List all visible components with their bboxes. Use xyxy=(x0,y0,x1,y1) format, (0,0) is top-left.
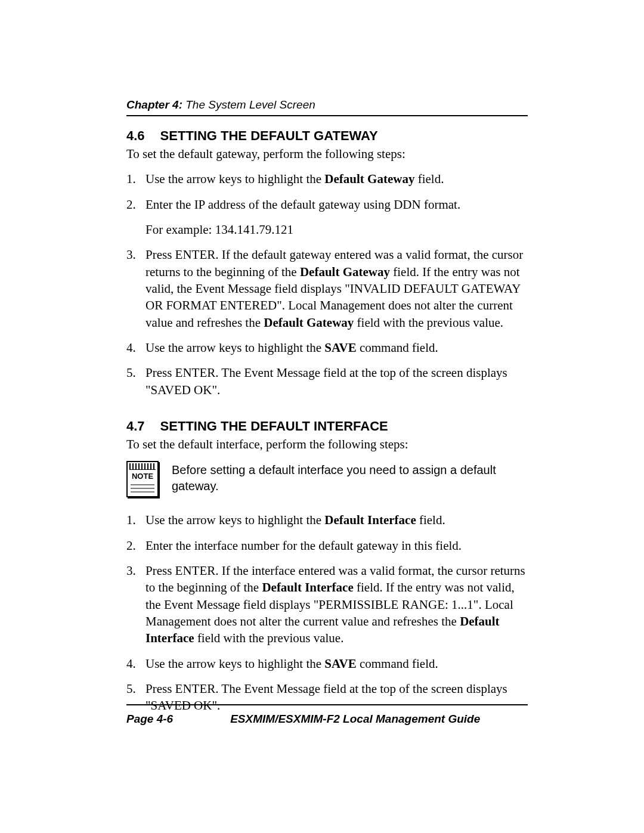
note-icon: NOTE xyxy=(126,461,160,497)
section-title: SETTING THE DEFAULT INTERFACE xyxy=(160,419,388,434)
section-number: 4.6 xyxy=(126,128,145,144)
field-name: Default Gateway xyxy=(300,265,390,279)
step-text: field with the previous value. xyxy=(354,315,503,330)
document-title: ESXMIM/ESXMIM-F2 Local Management Guide xyxy=(230,713,528,726)
field-name: Default Interface xyxy=(262,580,353,594)
step-text: Enter the IP address of the default gate… xyxy=(145,197,460,212)
section-number: 4.7 xyxy=(126,419,145,434)
step-item: Press ENTER. The Event Message field at … xyxy=(126,364,528,398)
command-name: SAVE xyxy=(324,657,356,671)
step-example: For example: 134.141.79.121 xyxy=(145,221,528,238)
step-text: field. xyxy=(414,172,444,186)
page-number: Page 4-6 xyxy=(126,713,173,726)
field-name: Default Gateway xyxy=(324,172,414,186)
step-item: Use the arrow keys to highlight the Defa… xyxy=(126,171,528,187)
step-text: command field. xyxy=(357,340,438,355)
step-text: Press ENTER. The Event Message field at … xyxy=(145,366,507,397)
section-title: SETTING THE DEFAULT GATEWAY xyxy=(160,128,378,144)
step-text: Enter the interface number for the defau… xyxy=(145,538,462,553)
chapter-header: Chapter 4: The System Level Screen xyxy=(126,98,528,116)
command-name: SAVE xyxy=(324,340,356,355)
step-item: Enter the interface number for the defau… xyxy=(126,537,528,554)
chapter-number: Chapter 4: xyxy=(126,98,182,111)
section-4-6: 4.6 SETTING THE DEFAULT GATEWAY To set t… xyxy=(126,128,528,398)
step-list: Use the arrow keys to highlight the Defa… xyxy=(126,171,528,398)
step-item: Enter the IP address of the default gate… xyxy=(126,196,528,239)
step-text: Use the arrow keys to highlight the xyxy=(145,340,324,355)
note-block: NOTE Before setting a default interface … xyxy=(126,461,528,497)
step-text: field with the previous value. xyxy=(194,631,344,645)
section-heading: 4.7 SETTING THE DEFAULT INTERFACE xyxy=(126,419,528,434)
step-item: Use the arrow keys to highlight the SAVE… xyxy=(126,339,528,356)
section-intro: To set the default interface, perform th… xyxy=(126,436,528,453)
step-text: Use the arrow keys to highlight the xyxy=(145,513,324,527)
field-name: Default Interface xyxy=(324,513,416,527)
step-item: Press ENTER. If the interface entered wa… xyxy=(126,562,528,647)
page-footer: Page 4-6 ESXMIM/ESXMIM-F2 Local Manageme… xyxy=(126,704,528,726)
step-text: Use the arrow keys to highlight the xyxy=(145,172,324,186)
chapter-title: The System Level Screen xyxy=(182,98,315,111)
step-item: Press ENTER. If the default gateway ente… xyxy=(126,246,528,331)
note-label: NOTE xyxy=(128,471,157,482)
document-page: Chapter 4: The System Level Screen 4.6 S… xyxy=(0,0,644,833)
note-text: Before setting a default interface you n… xyxy=(172,461,528,494)
step-list: Use the arrow keys to highlight the Defa… xyxy=(126,512,528,714)
section-4-7: 4.7 SETTING THE DEFAULT INTERFACE To set… xyxy=(126,419,528,714)
section-intro: To set the default gateway, perform the … xyxy=(126,146,528,162)
step-text: field. xyxy=(416,513,445,527)
step-text: Use the arrow keys to highlight the xyxy=(145,657,324,671)
step-item: Use the arrow keys to highlight the Defa… xyxy=(126,512,528,528)
step-item: Use the arrow keys to highlight the SAVE… xyxy=(126,655,528,672)
field-name: Default Gateway xyxy=(264,315,354,330)
step-text: command field. xyxy=(357,657,438,671)
section-heading: 4.6 SETTING THE DEFAULT GATEWAY xyxy=(126,128,528,144)
